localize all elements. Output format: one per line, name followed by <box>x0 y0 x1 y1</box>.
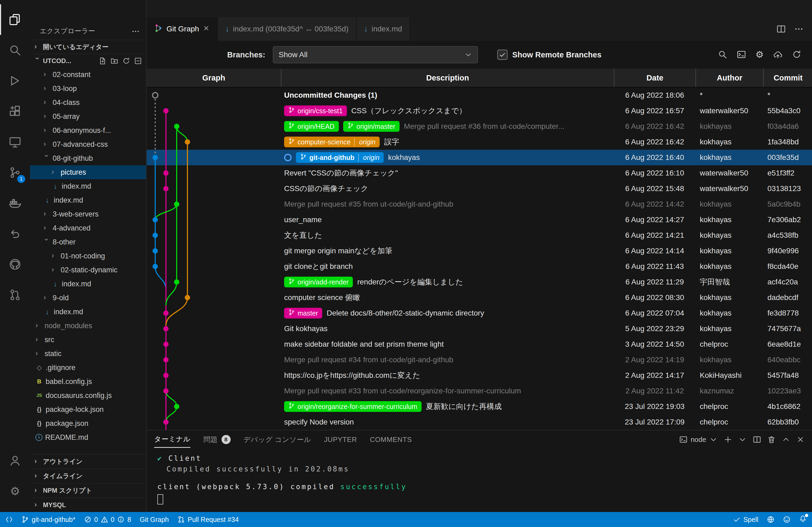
sidebar-section-アウトライン[interactable]: ›アウトライン <box>30 454 146 468</box>
panel-tab--[interactable]: ターミナル <box>154 431 190 448</box>
commit-row[interactable]: git merge origin mainなどを加筆6 Aug 2022 14:… <box>147 243 812 259</box>
commit-row[interactable]: Uncommitted Changes (1)6 Aug 2022 18:06*… <box>147 88 812 103</box>
tree-item-4-advanced[interactable]: ›4-advanced <box>30 221 146 235</box>
project-section-header[interactable]: › UTCOD... <box>30 54 146 67</box>
branch-badge[interactable]: origin/reorganize-for-summer-curriculum <box>284 401 422 412</box>
branch-badge[interactable]: master <box>284 308 322 318</box>
new-terminal-icon[interactable] <box>724 436 732 443</box>
tree-item-index-md[interactable]: ↓index.md <box>30 193 146 207</box>
split-terminal-icon[interactable] <box>753 436 761 443</box>
tree-item-package-lock-json[interactable]: {}package-lock.json <box>30 403 146 417</box>
sidebar-section-タイムライン[interactable]: ›タイムライン <box>30 468 146 483</box>
branch-status[interactable]: git-and-github* <box>21 516 75 524</box>
commit-row[interactable]: origin/add-renderrenderのページを編集しました6 Aug … <box>147 274 812 290</box>
activity-extensions[interactable] <box>0 96 30 127</box>
branch-badge[interactable]: origin/HEAD <box>284 121 339 132</box>
tree-item-index-md[interactable]: ↓index.md <box>30 179 146 193</box>
commit-row[interactable]: origin/HEADorigin/masterMerge pull reque… <box>147 119 812 134</box>
tree-item-static[interactable]: ›static <box>30 347 146 361</box>
tree-item-04-class[interactable]: ›04-class <box>30 95 146 109</box>
tree-item-3-web-servers[interactable]: ›3-web-servers <box>30 207 146 221</box>
tree-item-02-static-dynamic[interactable]: ›02-static-dynamic <box>30 263 146 277</box>
open-terminal-icon[interactable] <box>737 50 746 60</box>
activity-remote-explorer[interactable] <box>0 127 30 157</box>
commit-row[interactable]: Revert "CSSの節の画像チェック"6 Aug 2022 16:10wat… <box>147 165 812 181</box>
activity-run-debug[interactable] <box>0 65 30 96</box>
spell-status[interactable]: Spell <box>733 516 758 524</box>
commit-row[interactable]: specify Node version23 Jul 2022 17:09che… <box>147 414 812 430</box>
commit-row[interactable]: user_name6 Aug 2022 14:27kokhayas7e306ab… <box>147 212 812 228</box>
branch-badge[interactable]: computer-scienceorigin <box>284 137 380 147</box>
activity-undo-arrow[interactable] <box>0 219 30 249</box>
new-file-icon[interactable] <box>99 57 106 65</box>
tree-item-9-old[interactable]: ›9-old <box>30 291 146 305</box>
refresh-icon[interactable] <box>122 57 130 65</box>
more-actions-icon[interactable] <box>794 25 803 33</box>
activity-account[interactable] <box>0 446 30 476</box>
activity-docker[interactable] <box>0 188 30 219</box>
panel-tab-jupyter[interactable]: JUPYTER <box>324 432 357 447</box>
branch-badge[interactable]: origin/css-test1 <box>284 105 347 116</box>
activity-search[interactable] <box>0 35 30 65</box>
branch-badge[interactable]: origin/master <box>343 121 400 132</box>
commit-row[interactable]: computer-scienceorigin誤字6 Aug 2022 16:42… <box>147 134 812 150</box>
refresh-icon[interactable] <box>792 50 801 60</box>
panel-tab--[interactable]: 問題8 <box>203 432 230 448</box>
notifications[interactable] <box>799 515 807 524</box>
open-editors-section[interactable]: › 開いているエディター <box>30 40 146 54</box>
panel-tab--[interactable]: デバッグ コンソール <box>244 432 311 448</box>
more-actions-icon[interactable] <box>132 27 140 35</box>
git-graph-status[interactable]: Git Graph <box>140 516 169 524</box>
terminal-output[interactable]: ✔ ClientCompiled successfully in 202.08m… <box>147 449 812 505</box>
branch-badge[interactable]: origin/add-render <box>284 277 353 287</box>
activity-github[interactable] <box>0 249 30 280</box>
tree-item--gitignore[interactable]: ◇.gitignore <box>30 361 146 375</box>
commit-row[interactable]: computer science 俯瞰6 Aug 2022 08:30kokha… <box>147 290 812 305</box>
shell-selector[interactable]: node <box>679 436 717 444</box>
commit-row[interactable]: git cloneとgit branch6 Aug 2022 11:43kokh… <box>147 259 812 274</box>
commit-row[interactable]: masterDelete docs/8-other/02-static-dyna… <box>147 305 812 321</box>
settings-icon[interactable]: ⚙ <box>756 50 764 60</box>
commit-row[interactable]: CSSの節の画像チェック6 Aug 2022 15:48waterwalker5… <box>147 181 812 196</box>
remote-indicator[interactable] <box>5 516 13 523</box>
panel-tab-comments[interactable]: COMMENTS <box>370 432 412 447</box>
activity-explorer[interactable] <box>0 4 30 35</box>
show-remote-branches-checkbox[interactable]: Show Remote Branches <box>497 50 601 60</box>
tree-item-07-advanced-css[interactable]: ›07-advanced-css <box>30 137 146 151</box>
commit-row[interactable]: git-and-githuboriginkokhayas6 Aug 2022 1… <box>147 150 812 165</box>
tree-item-package-json[interactable]: {}package.json <box>30 417 146 431</box>
find-icon[interactable] <box>718 50 727 60</box>
feedback-status[interactable] <box>783 516 791 523</box>
tab-index-md-003fe35d-003fe35d-[interactable]: ↓index.md (003fe35d^ ↔ 003fe35d) <box>218 17 356 41</box>
kill-terminal-icon[interactable] <box>767 436 775 443</box>
tree-item-index-md[interactable]: ↓index.md <box>30 305 146 319</box>
commit-row[interactable]: 文を直した6 Aug 2022 14:21kokhayasa4c538fb <box>147 228 812 243</box>
new-folder-icon[interactable] <box>111 57 118 65</box>
tree-item-02-constant[interactable]: ›02-constant <box>30 67 146 81</box>
close-icon[interactable] <box>203 25 210 33</box>
tree-item-08-git-github[interactable]: ›08-git-github <box>30 151 146 165</box>
tree-item-babel-config-js[interactable]: Bbabel.config.js <box>30 375 146 389</box>
activity-pull-requests[interactable] <box>0 280 30 310</box>
pull-request-status[interactable]: Pull Request #34 <box>177 516 239 524</box>
tree-item-pictures[interactable]: ›pictures <box>30 165 146 179</box>
launch-profile-icon[interactable] <box>738 436 746 443</box>
tree-item-8-other[interactable]: ›8-other <box>30 235 146 249</box>
tree-item-03-loop[interactable]: ›03-loop <box>30 81 146 95</box>
language-status[interactable] <box>767 516 774 523</box>
branch-badge[interactable]: git-and-githuborigin <box>296 152 384 163</box>
close-panel-icon[interactable] <box>796 436 804 443</box>
maximize-panel-icon[interactable] <box>782 436 790 443</box>
problems-status[interactable]: 008 <box>84 516 131 524</box>
commit-row[interactable]: make sidebar foldable and set prism them… <box>147 336 812 352</box>
commit-row[interactable]: https://co.jpをhttps://github.comに変えた2 Au… <box>147 367 812 383</box>
commit-row[interactable]: origin/reorganize-for-summer-curriculum夏… <box>147 399 812 414</box>
activity-source-control[interactable]: 1 <box>0 157 30 188</box>
commit-row[interactable]: origin/css-test1CSS（フレックスボックスまで）6 Aug 20… <box>147 103 812 119</box>
tree-item-node-modules[interactable]: ›node_modules <box>30 319 146 333</box>
tree-item-docusaurus-config-js[interactable]: JSdocusaurus.config.js <box>30 389 146 403</box>
activity-settings[interactable]: ⚙ <box>0 476 30 507</box>
tree-item-01-not-coding[interactable]: ›01-not-coding <box>30 249 146 263</box>
split-editor-icon[interactable] <box>777 25 786 33</box>
tree-item-readme-md[interactable]: iREADME.md <box>30 431 146 445</box>
